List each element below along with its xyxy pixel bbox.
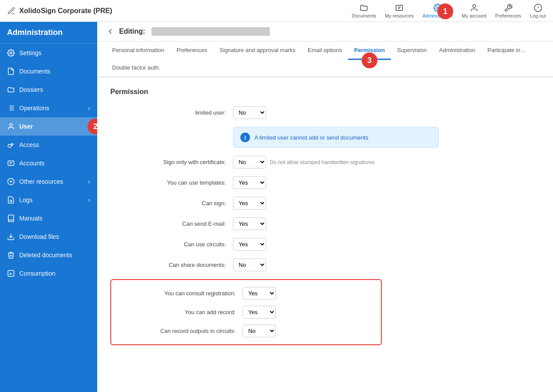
sidebar-item-operations[interactable]: Operations › [0,99,97,117]
sidebar-item-documents-label: Documents [19,68,50,75]
form-content: Permission limited user: No Yes i A limi… [97,77,553,392]
sign-only-certificate-label: Sign only with certificate: [110,159,233,165]
sidebar-item-deleted-documents[interactable]: Deleted documents [0,246,97,264]
content-area: Editing: ████████████████████ Personal i… [97,22,553,392]
consult-registration-label: You can consult registration: [120,290,243,297]
content-header: Editing: ████████████████████ [97,22,553,42]
tab-participate-in[interactable]: Participate in .. [481,42,531,60]
svg-point-2 [473,4,476,7]
can-sign-row: Can sign: Yes No [110,197,540,210]
sign-hint: Do not allow stamped handwritten signatu… [270,159,374,165]
can-share-documents-select[interactable]: No Yes [233,259,266,271]
can-send-email-row: Can send E-mail: Yes No [110,217,540,230]
sidebar-item-accounts-label: Accounts [19,160,45,167]
info-message: A limited user cannot add or send docume… [254,134,368,141]
app-logo: XolidoSign Corporate (PRE) [7,7,348,15]
sidebar-item-manuals[interactable]: Manuals [0,209,97,228]
tab-personal-information[interactable]: Personal information [106,42,170,60]
svg-rect-15 [8,161,14,166]
sidebar-item-settings[interactable]: Settings [0,44,97,62]
info-box: i A limited user cannot add or send docu… [233,127,439,148]
logs-chevron: › [88,196,90,203]
sidebar-title: Administration [0,22,97,44]
tab-double-factor[interactable]: Double factor auth. [106,59,166,77]
sidebar-item-download-files-label: Download files [19,233,59,240]
can-use-circuits-row: Can use circuits: Yes No [110,238,540,251]
nav-documents[interactable]: Documents [352,4,376,18]
record-outputs-select[interactable]: No Yes [243,325,276,337]
limited-user-label: limited user: [110,109,233,116]
tab-supervision[interactable]: Supervision [391,42,433,60]
nav-my-account[interactable]: My account [462,4,486,18]
top-nav-actions: Documents My resources Administration My… [352,4,546,18]
svg-point-6 [10,52,12,54]
sidebar-item-operations-label: Operations [19,105,49,112]
sidebar: Administration Settings Documents Dossie… [0,22,97,392]
info-icon: i [240,133,250,142]
can-share-documents-label: Can share documents: [110,262,233,268]
operations-chevron: › [88,105,90,112]
can-send-email-label: Can send E-mail: [110,220,233,227]
sidebar-item-dossiers-label: Dossiers [19,86,43,93]
form-section-title: Permission [110,88,540,96]
step-badge-2: 2 [88,119,97,134]
nav-my-resources[interactable]: My resources [385,4,414,18]
use-templates-select[interactable]: Yes No [233,176,266,189]
can-use-circuits-select[interactable]: Yes No [233,238,266,251]
consult-registration-select[interactable]: Yes No [243,287,276,300]
sidebar-item-user-label: User [19,123,33,130]
tab-preferences[interactable]: Preferences [170,42,213,60]
sign-only-certificate-row: Sign only with certificate: No Yes Do no… [110,156,540,168]
limited-user-row: limited user: No Yes [110,106,540,119]
can-share-documents-row: Can share documents: No Yes [110,259,540,271]
svg-rect-0 [396,5,403,10]
highlighted-section: You can consult registration: Yes No You… [110,279,382,345]
sidebar-item-consumption-label: Consumption [19,270,56,277]
tab-email-options[interactable]: Email options [302,42,348,60]
record-outputs-label: Can record outputs in circuits: [120,328,243,334]
sidebar-item-dossiers[interactable]: Dossiers [0,80,97,99]
can-sign-select[interactable]: Yes No [233,197,266,210]
record-outputs-row: Can record outputs in circuits: No Yes [120,325,372,337]
back-button[interactable] [106,27,115,36]
sidebar-item-consumption[interactable]: Consumption [0,264,97,283]
tab-permission[interactable]: Permission 3 [348,42,391,60]
sidebar-item-deleted-documents-label: Deleted documents [19,252,72,259]
top-navigation: XolidoSign Corporate (PRE) Documents My … [0,0,553,22]
sidebar-item-user[interactable]: User 2 [0,117,97,136]
svg-point-13 [10,123,12,126]
other-resources-chevron: › [88,178,90,185]
sidebar-item-other-resources[interactable]: Other resources › [0,172,97,191]
sign-only-certificate-select[interactable]: No Yes [233,156,266,168]
sidebar-item-logs[interactable]: Logs › [0,191,97,209]
sidebar-item-download-files[interactable]: Download files [0,228,97,246]
step-badge-3: 3 [362,52,377,68]
add-record-label: You can add record: [120,309,243,315]
sidebar-item-manuals-label: Manuals [19,215,42,222]
can-send-email-select[interactable]: Yes No [233,217,266,230]
editing-label: Editing: [119,28,145,35]
sidebar-item-access[interactable]: Access [0,136,97,154]
main-layout: Administration Settings Documents Dossie… [0,22,553,392]
add-record-row: You can add record: Yes No [120,306,372,318]
limited-user-select[interactable]: No Yes [233,106,266,119]
can-use-circuits-label: Can use circuits: [110,241,233,248]
sidebar-item-accounts[interactable]: Accounts [0,154,97,172]
tab-signature-approval[interactable]: Signature and approval marks [213,42,301,60]
sidebar-item-access-label: Access [19,141,39,148]
tab-administration[interactable]: Administration [433,42,481,60]
sidebar-item-other-resources-label: Other resources [19,178,63,185]
app-title: XolidoSign Corporate (PRE) [19,7,112,15]
can-sign-label: Can sign: [110,200,233,206]
consult-registration-row: You can consult registration: Yes No [120,287,372,300]
nav-preferences[interactable]: Preferences [495,4,521,18]
sidebar-item-settings-label: Settings [19,49,42,56]
use-templates-label: You can use templates: [110,179,233,186]
step-badge-1: 1 [437,4,453,19]
nav-log-out[interactable]: Log out [530,4,546,18]
use-templates-row: You can use templates: Yes No [110,176,540,189]
editing-redacted: ████████████████████ [151,27,270,36]
sidebar-item-documents[interactable]: Documents [0,62,97,80]
add-record-select[interactable]: Yes No [243,306,276,318]
tabs-bar: Personal information Preferences Signatu… [97,42,553,77]
